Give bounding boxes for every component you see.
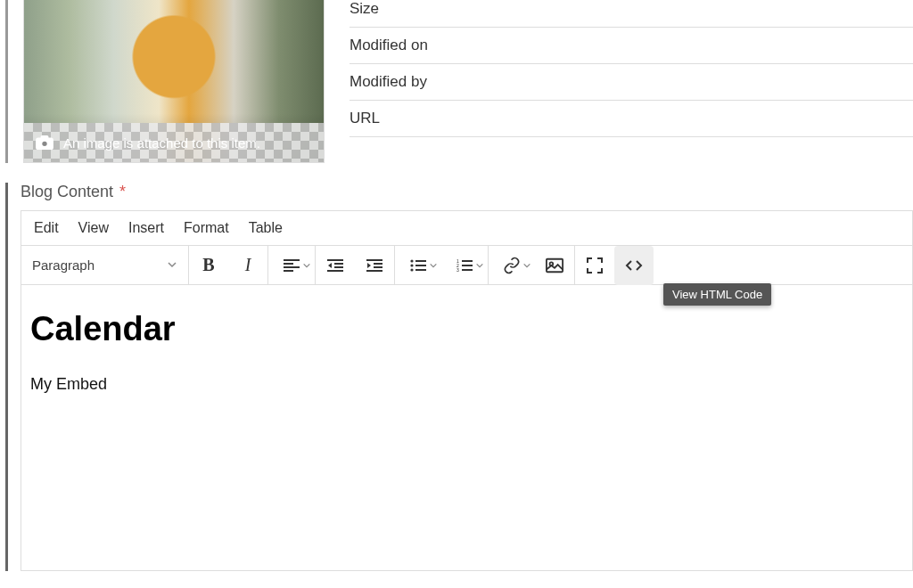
view-html-tooltip: View HTML Code — [663, 283, 771, 306]
meta-url-label: URL — [350, 101, 913, 137]
align-button[interactable] — [268, 246, 315, 285]
chevron-down-icon — [475, 261, 484, 270]
italic-icon: I — [245, 255, 251, 275]
svg-point-16 — [410, 264, 413, 266]
bullet-list-icon — [410, 259, 426, 272]
svg-rect-27 — [547, 258, 563, 272]
image-button[interactable] — [535, 246, 574, 285]
attachment-caption-bar: An image is attached to this item. — [24, 123, 324, 162]
editor-content[interactable]: View HTML Code Calendar My Embed — [21, 285, 912, 570]
meta-size-label: Size — [350, 0, 913, 28]
chevron-down-icon — [429, 261, 438, 270]
content-heading[interactable]: Calendar — [30, 310, 903, 348]
editor-menu-bar: Edit View Insert Format Table — [21, 211, 912, 246]
block-format-select[interactable]: Paragraph — [21, 246, 189, 284]
menu-insert[interactable]: Insert — [128, 220, 164, 236]
outdent-icon — [327, 259, 343, 272]
meta-modified-on-label: Modified on — [350, 28, 913, 64]
image-icon — [546, 257, 563, 274]
block-format-label: Paragraph — [32, 257, 95, 273]
attachment-metadata-panel: Size Modified on Modified by URL — [325, 0, 913, 163]
bold-icon: B — [202, 255, 214, 275]
bold-button[interactable]: B — [189, 246, 228, 285]
svg-point-2 — [41, 141, 47, 147]
bullet-list-button[interactable] — [395, 246, 441, 285]
indent-button[interactable] — [355, 246, 394, 285]
meta-modified-by-label: Modified by — [350, 64, 913, 101]
numbered-list-icon: 123 — [456, 259, 473, 272]
fullscreen-button[interactable] — [575, 246, 614, 285]
menu-table[interactable]: Table — [249, 220, 283, 236]
editor-toolbar: Paragraph B I — [21, 246, 912, 285]
menu-edit[interactable]: Edit — [34, 220, 59, 236]
menu-format[interactable]: Format — [184, 220, 229, 236]
chevron-down-icon — [302, 261, 311, 270]
view-html-button[interactable] — [614, 246, 654, 285]
svg-rect-1 — [41, 136, 47, 140]
outdent-button[interactable] — [316, 246, 355, 285]
link-icon — [503, 257, 521, 274]
numbered-list-button[interactable]: 123 — [441, 246, 488, 285]
svg-text:3: 3 — [456, 267, 459, 272]
rich-text-editor: Edit View Insert Format Table Paragraph … — [21, 210, 913, 571]
chevron-down-icon — [522, 261, 531, 270]
align-left-icon — [284, 259, 300, 272]
chevron-down-icon — [167, 257, 177, 273]
required-indicator: * — [119, 183, 126, 200]
fullscreen-icon — [587, 257, 603, 274]
camera-icon — [35, 135, 54, 151]
svg-point-17 — [410, 268, 413, 271]
content-paragraph[interactable]: My Embed — [30, 375, 903, 394]
attachment-thumbnail[interactable]: An image is attached to this item. — [23, 0, 325, 163]
menu-view[interactable]: View — [78, 220, 109, 236]
code-icon — [625, 258, 643, 273]
link-button[interactable] — [489, 246, 535, 285]
italic-button[interactable]: I — [228, 246, 267, 285]
svg-point-15 — [410, 259, 413, 262]
blog-content-label: Blog Content * — [21, 183, 913, 201]
attachment-caption-text: An image is attached to this item. — [63, 135, 260, 151]
indent-icon — [366, 259, 382, 272]
